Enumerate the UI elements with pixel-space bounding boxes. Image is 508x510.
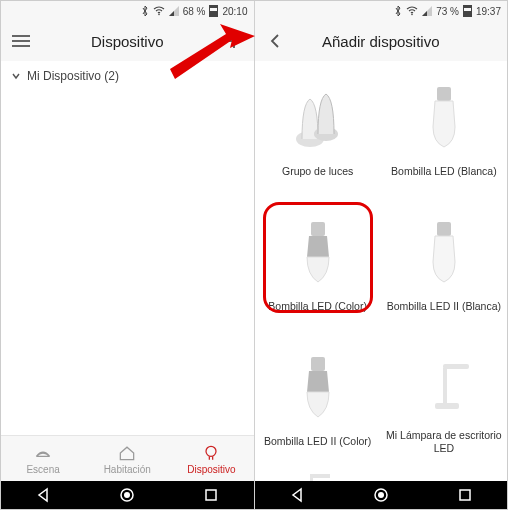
tab-room-label: Habitación <box>104 464 151 475</box>
highlight-ring <box>263 202 373 313</box>
svg-rect-19 <box>443 364 469 369</box>
battery-icon <box>463 5 472 17</box>
product-bombilla-led-color[interactable]: Bombilla LED (Color) <box>255 196 381 331</box>
svg-rect-22 <box>310 474 330 478</box>
system-navbar-right <box>255 481 508 509</box>
phone-left: 68 % 20:10 Dispositivo Mi Dispositivo (2… <box>1 1 255 509</box>
product-label: Bombilla LED II (Color) <box>260 435 375 448</box>
wifi-icon <box>153 6 165 16</box>
nav-home-button[interactable] <box>117 485 137 505</box>
tab-device[interactable]: Dispositivo <box>169 436 253 481</box>
nav-home-button[interactable] <box>371 485 391 505</box>
svg-point-24 <box>378 492 384 498</box>
svg-rect-13 <box>437 87 451 101</box>
statusbar-left: 68 % 20:10 <box>1 1 254 21</box>
product-bombilla-led-ii-color[interactable]: Bombilla LED II (Color) <box>255 331 381 466</box>
product-label: Bombilla LED II (Blanca) <box>383 300 505 313</box>
svg-point-8 <box>124 492 130 498</box>
chevron-down-icon <box>11 71 21 81</box>
device-group-row[interactable]: Mi Dispositivo (2) <box>1 61 254 91</box>
product-thumb <box>409 471 479 481</box>
product-bombilla-led-ii-blanca[interactable]: Bombilla LED II (Blanca) <box>381 196 507 331</box>
product-thumb <box>409 79 479 159</box>
signal-icon <box>422 6 432 16</box>
product-mi-lampara-escritorio[interactable]: Mi Lámpara de escritorio LED <box>381 331 507 466</box>
tab-scene[interactable]: Escena <box>1 436 85 481</box>
svg-point-6 <box>206 446 216 456</box>
bottom-tabs: Escena Habitación Dispositivo <box>1 435 254 481</box>
product-thumb <box>283 79 353 159</box>
add-device-button[interactable] <box>214 32 254 50</box>
product-label: Mi Lámpara de escritorio LED <box>381 429 507 454</box>
system-navbar-left <box>1 481 254 509</box>
product-grupo-de-luces[interactable]: Grupo de luces <box>255 61 381 196</box>
nav-recent-button[interactable] <box>201 485 221 505</box>
svg-point-10 <box>411 14 413 16</box>
phone-right: 73 % 19:37 Añadir dispositivo <box>255 1 508 509</box>
svg-rect-18 <box>443 368 447 406</box>
header-right: Añadir dispositivo <box>255 21 508 61</box>
device-group-label: Mi Dispositivo (2) <box>27 69 119 83</box>
battery-icon <box>209 5 218 17</box>
bluetooth-icon <box>394 5 402 17</box>
bluetooth-icon <box>141 5 149 17</box>
svg-rect-15 <box>437 222 451 236</box>
menu-icon[interactable] <box>1 34 41 48</box>
clock-time: 20:10 <box>222 6 247 17</box>
product-row-partial-1[interactable] <box>255 466 381 481</box>
product-bombilla-led-blanca[interactable]: Bombilla LED (Blanca) <box>381 61 507 196</box>
tab-device-label: Dispositivo <box>187 464 235 475</box>
product-label: Bombilla LED (Blanca) <box>387 165 501 178</box>
back-button[interactable] <box>255 33 295 49</box>
svg-rect-9 <box>206 490 216 500</box>
product-grid-body[interactable]: Grupo de luces Bombilla LED (Blanca) <box>255 61 508 481</box>
nav-back-button[interactable] <box>33 485 53 505</box>
product-thumb <box>283 471 353 481</box>
svg-rect-16 <box>311 357 325 371</box>
product-row-partial-2[interactable] <box>381 466 507 481</box>
device-list-body: Mi Dispositivo (2) <box>1 61 254 435</box>
wifi-icon <box>406 6 418 16</box>
battery-pct: 73 % <box>436 6 459 17</box>
tab-room[interactable]: Habitación <box>85 436 169 481</box>
nav-recent-button[interactable] <box>455 485 475 505</box>
product-thumb <box>409 343 479 423</box>
product-label: Grupo de luces <box>278 165 357 178</box>
battery-pct: 68 % <box>183 6 206 17</box>
svg-rect-25 <box>460 490 470 500</box>
signal-icon <box>169 6 179 16</box>
product-grid: Grupo de luces Bombilla LED (Blanca) <box>255 61 508 481</box>
product-thumb <box>409 214 479 294</box>
svg-point-0 <box>158 14 160 16</box>
clock-time: 19:37 <box>476 6 501 17</box>
nav-back-button[interactable] <box>287 485 307 505</box>
header-left: Dispositivo <box>1 21 254 61</box>
statusbar-right: 73 % 19:37 <box>255 1 508 21</box>
product-thumb <box>283 349 353 429</box>
tab-scene-label: Escena <box>26 464 59 475</box>
